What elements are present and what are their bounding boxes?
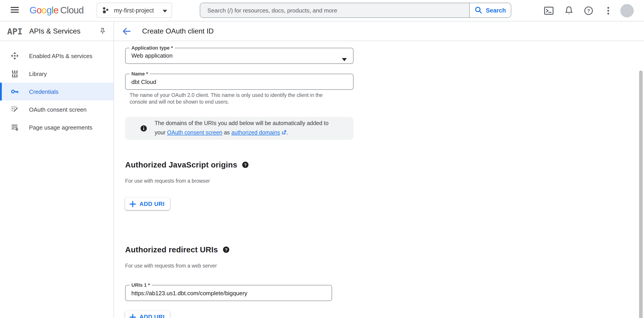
svg-text:?: ?	[224, 248, 227, 252]
search-button-label: Search	[486, 7, 506, 14]
redirect-uris-subtitle: For use with requests from a web server	[125, 263, 217, 269]
cloud-shell-button[interactable]	[544, 5, 554, 16]
chevron-down-icon	[163, 6, 167, 14]
terminal-icon	[544, 5, 554, 16]
sidebar-item-library[interactable]: Library	[0, 65, 114, 83]
google-cloud-logo[interactable]: GoogleCloud	[30, 5, 84, 16]
logo-letter: e	[54, 5, 58, 15]
add-uri-button-origins[interactable]: ADD URI	[125, 198, 170, 210]
top-bar: GoogleCloud my-first-project Search ?	[0, 0, 644, 21]
redirect-uris-title: Authorized redirect URIs	[125, 245, 218, 255]
uri-field: URIs 1 *	[125, 285, 332, 301]
name-helper-text: The name of your OAuth 2.0 client. This …	[130, 92, 323, 105]
sidebar-item-label: Enabled APIs & services	[29, 52, 92, 59]
avatar[interactable]	[620, 4, 634, 17]
bell-icon	[564, 5, 574, 16]
more-options-button[interactable]	[604, 5, 613, 16]
project-hexagons-icon	[102, 6, 110, 14]
back-arrow-icon	[122, 26, 132, 36]
svg-text:?: ?	[244, 163, 247, 167]
logo-letter: o	[42, 5, 46, 15]
kebab-menu-icon	[604, 5, 613, 16]
logo-cloud-text: Cloud	[60, 5, 84, 15]
library-icon	[11, 70, 19, 78]
js-origins-heading: Authorized JavaScript origins ?	[125, 160, 248, 170]
logo-letter: o	[37, 5, 42, 15]
name-label: Name *	[130, 71, 150, 77]
form-content: Application type * Web application Name …	[114, 41, 644, 318]
sidebar-item-page-usage[interactable]: Page usage agreements	[0, 118, 114, 136]
name-field: Name *	[125, 74, 354, 90]
sidebar-item-label: Library	[29, 70, 47, 77]
logo-letter: g	[46, 5, 52, 15]
js-origins-help-icon[interactable]: ?	[242, 162, 248, 168]
search-input[interactable]	[200, 7, 469, 14]
sidebar-item-oauth-consent[interactable]: OAuth consent screen	[0, 100, 114, 118]
project-selector[interactable]: my-first-project	[96, 3, 172, 18]
google-cloud-console-page: GoogleCloud my-first-project Search ?	[0, 0, 644, 318]
consent-screen-icon	[11, 105, 19, 113]
page-header: Create OAuth client ID	[114, 21, 644, 41]
sidebar-item-enabled-apis[interactable]: Enabled APIs & services	[0, 47, 114, 65]
agreements-icon	[11, 123, 19, 131]
add-uri-label: ADD URI	[140, 201, 165, 207]
notice-text: The domains of the URIs you add below wi…	[155, 119, 328, 138]
sidebar-item-label: Page usage agreements	[29, 124, 92, 131]
js-origins-subtitle: For use with requests from a browser	[125, 178, 210, 184]
sidebar-header: API APIs & Services	[0, 21, 114, 41]
main-area: Create OAuth client ID Application type …	[114, 21, 644, 318]
uri-input[interactable]	[132, 285, 328, 301]
plus-icon	[130, 201, 136, 207]
sidebar-item-label: OAuth consent screen	[29, 106, 86, 113]
info-icon	[140, 125, 147, 132]
svg-text:?: ?	[587, 8, 590, 14]
notifications-button[interactable]	[564, 5, 574, 16]
sidebar: API APIs & Services Enabled APIs & servi…	[0, 21, 114, 318]
back-button[interactable]	[122, 26, 132, 36]
redirect-uris-heading: Authorized redirect URIs ?	[125, 245, 229, 255]
page-title: Create OAuth client ID	[142, 27, 214, 35]
plus-icon	[130, 314, 136, 318]
name-input[interactable]	[132, 74, 350, 89]
external-link-icon	[282, 129, 286, 138]
oauth-consent-screen-link[interactable]: OAuth consent screen	[167, 129, 222, 136]
help-icon: ?	[583, 5, 594, 16]
application-type-select[interactable]: Application type * Web application	[125, 48, 354, 64]
authorized-domains-link[interactable]: authorized domains	[231, 129, 280, 136]
sidebar-item-label: Credentials	[29, 88, 58, 95]
application-type-label: Application type *	[130, 45, 175, 51]
add-uri-button-redirect[interactable]: ADD URI	[125, 311, 170, 318]
enabled-apis-icon	[11, 52, 19, 60]
search-input-area	[200, 3, 469, 17]
pin-icon[interactable]	[99, 27, 106, 35]
search-icon	[474, 6, 483, 14]
js-origins-title: Authorized JavaScript origins	[125, 160, 237, 170]
key-icon	[11, 87, 19, 96]
vertical-scrollbar-thumb[interactable]	[639, 70, 643, 318]
uri-label: URIs 1 *	[130, 282, 152, 288]
project-name: my-first-project	[114, 7, 154, 14]
dropdown-caret-icon	[342, 55, 347, 63]
api-product-icon: API	[7, 26, 22, 36]
domains-notice: The domains of the URIs you add below wi…	[125, 117, 354, 140]
hamburger-menu-icon[interactable]	[10, 5, 20, 15]
search-button[interactable]: Search	[469, 3, 511, 17]
logo-letter: G	[30, 5, 37, 15]
sidebar-nav: Enabled APIs & services Library Credenti…	[0, 47, 114, 136]
sidebar-title: APIs & Services	[29, 27, 80, 35]
help-button[interactable]: ?	[583, 5, 594, 16]
redirect-uris-help-icon[interactable]: ?	[223, 247, 229, 253]
logo-letter: l	[52, 5, 54, 15]
sidebar-item-credentials[interactable]: Credentials	[0, 83, 114, 100]
add-uri-label: ADD URI	[140, 314, 165, 318]
search-bar: Search	[200, 3, 511, 18]
